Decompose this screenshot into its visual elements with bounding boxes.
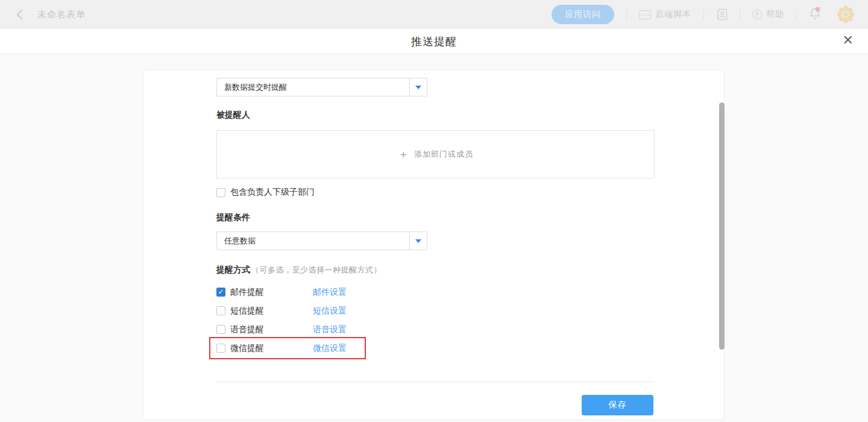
app-access-button[interactable]: 应用访问 bbox=[552, 5, 614, 24]
help-label: 帮助 bbox=[766, 9, 784, 20]
method-row-wechat: 微信提醒 微信设置 bbox=[216, 339, 653, 357]
plus-icon: ＋ bbox=[398, 147, 409, 162]
notifications-button[interactable] bbox=[809, 7, 821, 22]
method-row-voice: 语音提醒 语音设置 bbox=[216, 320, 653, 339]
chevron-down-icon bbox=[415, 239, 421, 243]
condition-dropdown[interactable]: 任意数据 bbox=[216, 231, 427, 250]
add-members-label: 添加部门或成员 bbox=[414, 149, 473, 160]
method-list: 邮件提醒 邮件设置 短信提醒 短信设置 语音提醒 语音设置 bbox=[216, 283, 653, 357]
form-title: 未命名表单 bbox=[37, 9, 86, 20]
include-sub-dept-label: 包含负责人下级子部门 bbox=[230, 187, 315, 198]
wechat-label: 微信提醒 bbox=[230, 343, 264, 354]
modal-titlebar: 推送提醒 ✕ bbox=[0, 29, 868, 54]
backend-script-button[interactable]: </> 后端脚本 bbox=[639, 9, 691, 20]
method-note: （可多选，至少选择一种提醒方式） bbox=[251, 265, 382, 276]
modal-title: 推送提醒 bbox=[411, 34, 457, 49]
voice-settings-link[interactable]: 语音设置 bbox=[313, 324, 347, 335]
help-button[interactable]: ? 帮助 bbox=[752, 9, 784, 20]
backend-script-label: 后端脚本 bbox=[655, 9, 691, 20]
avatar[interactable] bbox=[837, 5, 855, 24]
method-row-sms: 短信提醒 短信设置 bbox=[216, 301, 653, 320]
include-sub-dept-row: 包含负责人下级子部门 bbox=[216, 187, 653, 198]
condition-label: 提醒条件 bbox=[216, 212, 653, 223]
voice-label: 语音提醒 bbox=[230, 324, 264, 335]
chevron-down-icon bbox=[415, 86, 421, 89]
sms-settings-link[interactable]: 短信设置 bbox=[313, 306, 347, 316]
wechat-checkbox[interactable] bbox=[216, 344, 225, 353]
trigger-dropdown[interactable]: 新数据提交时提醒 bbox=[216, 78, 427, 96]
avatar-flower-icon bbox=[837, 5, 855, 24]
scrollbar-thumb[interactable] bbox=[719, 102, 725, 350]
back-button[interactable] bbox=[12, 7, 27, 22]
wechat-settings-link[interactable]: 微信设置 bbox=[313, 343, 347, 354]
bell-icon bbox=[809, 7, 821, 20]
sms-label: 短信提醒 bbox=[230, 306, 264, 316]
method-label: 提醒方式 bbox=[216, 265, 250, 276]
email-label: 邮件提醒 bbox=[230, 287, 264, 298]
dropdown-arrow-button[interactable] bbox=[409, 232, 427, 250]
close-icon[interactable]: ✕ bbox=[843, 34, 854, 47]
email-checkbox[interactable] bbox=[216, 288, 225, 297]
app-header: 未命名表单 应用访问 </> 后端脚本 bbox=[0, 0, 868, 29]
contacts-icon bbox=[716, 8, 728, 20]
modal-body: 新数据提交时提醒 被提醒人 ＋ 添加部门或成员 包含负责人下级子部门 提醒条件 … bbox=[0, 54, 868, 422]
card-footer: 保存 bbox=[216, 395, 653, 415]
code-icon: </> bbox=[639, 10, 651, 19]
add-members-box[interactable]: ＋ 添加部门或成员 bbox=[216, 130, 655, 178]
voice-checkbox[interactable] bbox=[216, 325, 225, 334]
recipients-label: 被提醒人 bbox=[216, 110, 653, 121]
email-settings-link[interactable]: 邮件设置 bbox=[313, 287, 347, 298]
divider bbox=[796, 10, 797, 19]
divider bbox=[216, 382, 655, 382]
dropdown-arrow-button[interactable] bbox=[409, 78, 427, 96]
sms-checkbox[interactable] bbox=[216, 306, 225, 315]
question-icon: ? bbox=[752, 10, 762, 19]
trigger-dropdown-value: 新数据提交时提醒 bbox=[217, 78, 409, 96]
divider bbox=[740, 10, 740, 19]
condition-dropdown-value: 任意数据 bbox=[217, 232, 409, 250]
save-button[interactable]: 保存 bbox=[582, 395, 653, 415]
settings-card: 新数据提交时提醒 被提醒人 ＋ 添加部门或成员 包含负责人下级子部门 提醒条件 … bbox=[143, 69, 725, 420]
method-header: 提醒方式 （可多选，至少选择一种提醒方式） bbox=[216, 265, 653, 276]
include-sub-dept-checkbox[interactable] bbox=[216, 188, 225, 197]
divider bbox=[626, 10, 627, 19]
notification-dot bbox=[816, 7, 820, 12]
method-row-email: 邮件提醒 邮件设置 bbox=[216, 283, 653, 301]
contacts-button[interactable] bbox=[716, 8, 728, 20]
divider bbox=[703, 10, 704, 19]
back-chevron-icon bbox=[16, 9, 23, 20]
